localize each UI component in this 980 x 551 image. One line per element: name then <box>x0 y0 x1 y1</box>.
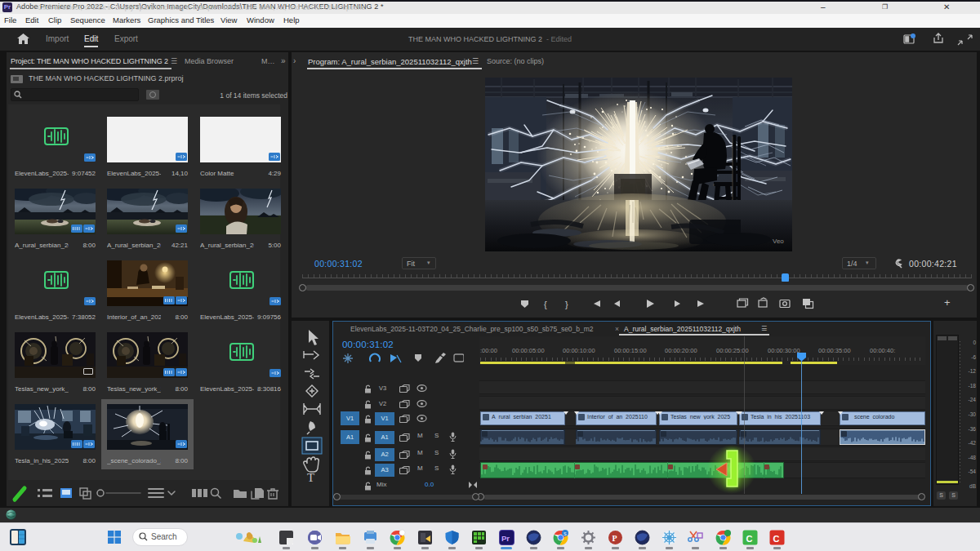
svg-text:S: S <box>564 531 567 536</box>
svg-text:}: } <box>565 300 568 309</box>
svg-text:{: { <box>544 300 547 309</box>
svg-text:P: P <box>612 534 617 543</box>
svg-text:C: C <box>773 534 780 544</box>
svg-text:T: T <box>307 471 314 484</box>
svg-text:C: C <box>746 534 753 544</box>
svg-text:Veo: Veo <box>773 238 784 245</box>
svg-text:Pr: Pr <box>501 534 510 543</box>
